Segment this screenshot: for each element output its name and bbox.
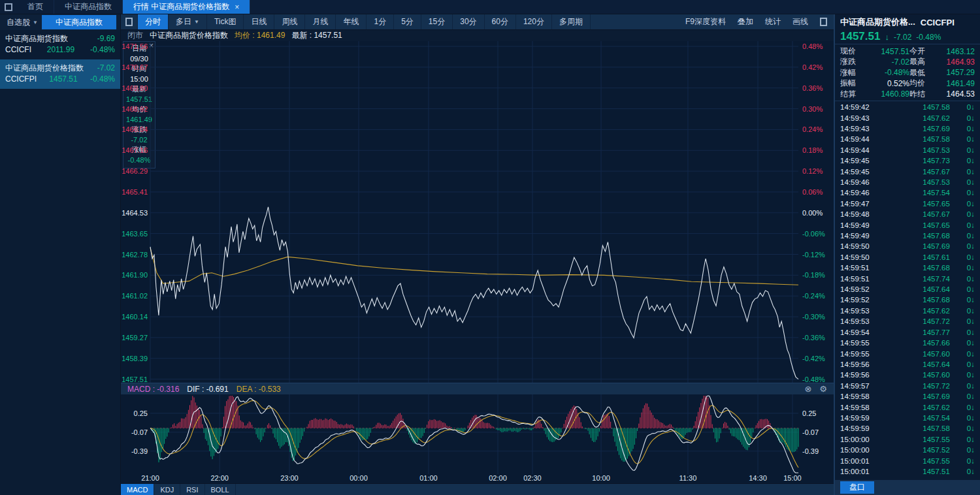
toolbar-tool-button[interactable]: 统计 <box>765 16 781 27</box>
period-button-label: 5分 <box>401 16 414 27</box>
indicator-tab[interactable]: RSI <box>180 484 204 495</box>
period-button[interactable]: Tick图 <box>207 14 244 29</box>
tick-list[interactable]: 14:59:421457.580↓14:59:431457.620↓14:59:… <box>835 101 980 480</box>
period-button[interactable]: 15分 <box>421 14 453 29</box>
tick-row[interactable]: 14:59:431457.690↓ <box>835 123 980 134</box>
tick-row[interactable]: 14:59:591457.540↓ <box>835 413 980 423</box>
indicator-tab[interactable]: KDJ <box>154 484 180 495</box>
tick-time: 14:59:46 <box>840 189 881 197</box>
tick-row[interactable]: 14:59:431457.620↓ <box>835 112 980 123</box>
period-button[interactable]: 周线 <box>274 14 305 29</box>
tick-row[interactable]: 15:00:001457.520↓ <box>835 445 980 455</box>
instrument-code: CCICFPI <box>921 18 955 27</box>
quote-row: 涨幅-0.48%最低1457.29 <box>835 67 980 78</box>
top-tab[interactable]: 首页 <box>17 0 54 14</box>
period-button-label: 120分 <box>523 16 544 27</box>
tick-row[interactable]: 14:59:551457.660↓ <box>835 338 980 348</box>
top-tab-bar: 首页中证商品指数行情 中证商品期货价格指数× <box>0 0 980 14</box>
tick-row[interactable]: 14:59:561457.600↓ <box>835 370 980 380</box>
period-button[interactable]: 1分 <box>367 14 394 29</box>
indicator-close-icon[interactable]: ⊗ <box>804 385 811 393</box>
app-icon[interactable] <box>0 0 17 14</box>
tick-row[interactable]: 14:59:491457.680↓ <box>835 231 980 241</box>
tick-volume: 0↓ <box>967 285 975 293</box>
y-axis-pct-label: 0.30% <box>802 105 823 113</box>
tick-row[interactable]: 14:59:581457.620↓ <box>835 402 980 412</box>
period-button[interactable]: 120分 <box>516 14 552 29</box>
tick-row[interactable]: 14:59:561457.640↓ <box>835 359 980 370</box>
tick-row[interactable]: 14:59:501457.690↓ <box>835 241 980 251</box>
tick-row[interactable]: 14:59:501457.610↓ <box>835 252 980 263</box>
arrow-down-icon: ↓ <box>971 371 975 379</box>
watchlist-item[interactable]: 中证商品期货价格指数-7.02CCICFPI1457.51-0.48% <box>0 59 120 89</box>
tick-row[interactable]: 14:59:461457.540↓ <box>835 187 980 198</box>
toolbar-tool-button[interactable]: 叠加 <box>738 16 753 27</box>
arrow-down-icon: ↓ <box>971 264 975 272</box>
period-button[interactable]: 多日▼ <box>169 14 207 29</box>
tick-row[interactable]: 14:59:441457.580↓ <box>835 134 980 144</box>
intraday-price-chart[interactable]: × 日期09/30时间15:00最新1457.51均价1461.49涨跌-7.0… <box>121 41 834 383</box>
tick-row[interactable]: 14:59:581457.690↓ <box>835 391 980 402</box>
quote-title-row: 中证商品期货价格... CCICFPI <box>835 14 980 30</box>
period-button-label: Tick图 <box>214 16 237 27</box>
tick-row[interactable]: 14:59:511457.680↓ <box>835 263 980 273</box>
top-tab[interactable]: 行情 中证商品期货价格指数× <box>123 0 250 14</box>
period-button[interactable]: 日线 <box>244 14 274 29</box>
indicator-tab[interactable]: MACD <box>121 484 154 495</box>
tick-row[interactable]: 14:59:461457.530↓ <box>835 177 980 187</box>
tick-row[interactable]: 14:59:591457.580↓ <box>835 423 980 434</box>
tick-row[interactable]: 14:59:531457.620↓ <box>835 306 980 316</box>
period-button[interactable]: 年线 <box>336 14 367 29</box>
tick-row[interactable]: 15:00:011457.550↓ <box>835 455 980 466</box>
watchlist-item[interactable]: 中证商品期货指数-9.69CCICFI2011.99-0.48% <box>0 30 120 59</box>
tick-row[interactable]: 14:59:451457.670↓ <box>835 166 980 176</box>
tick-row[interactable]: 14:59:481457.670↓ <box>835 209 980 219</box>
group-dropdown-label: 自选股 <box>7 17 30 28</box>
tick-time: 14:59:54 <box>840 328 881 336</box>
top-tab[interactable]: 中证商品指数 <box>54 0 123 14</box>
period-button[interactable]: 多周期 <box>552 14 591 29</box>
expand-icon[interactable] <box>820 18 827 26</box>
tick-row[interactable]: 14:59:521457.640↓ <box>835 284 980 295</box>
tick-row[interactable]: 14:59:531457.720↓ <box>835 316 980 327</box>
tick-row[interactable]: 14:59:571457.720↓ <box>835 381 980 391</box>
period-button[interactable]: 60分 <box>485 14 516 29</box>
tick-row[interactable]: 14:59:491457.650↓ <box>835 219 980 230</box>
tab-close-icon[interactable]: × <box>235 3 239 12</box>
period-button[interactable]: 30分 <box>453 14 484 29</box>
toolbar-tool-button[interactable]: F9深度资料 <box>685 16 726 27</box>
tick-volume: 0↓ <box>967 210 975 218</box>
tick-row[interactable]: 14:59:441457.530↓ <box>835 145 980 155</box>
tick-row[interactable]: 14:59:471457.650↓ <box>835 199 980 209</box>
arrow-down-icon: ↓ <box>971 232 975 240</box>
tick-row[interactable]: 14:59:451457.730↓ <box>835 155 980 166</box>
time-axis-label: 14:30 <box>749 474 767 482</box>
period-button-label: 分时 <box>145 16 161 27</box>
tick-row[interactable]: 14:59:421457.580↓ <box>835 102 980 112</box>
indicator-settings-icon[interactable]: ⚙ <box>819 385 827 393</box>
tick-time: 14:59:52 <box>840 296 881 304</box>
toolbar-tool-button[interactable]: 画线 <box>792 16 808 27</box>
chart-title: 中证商品期货价格指数 <box>150 30 228 41</box>
period-button-label: 日线 <box>251 16 267 27</box>
tick-row[interactable]: 14:59:511457.740↓ <box>835 273 980 283</box>
tick-row[interactable]: 14:59:551457.600↓ <box>835 348 980 359</box>
period-button[interactable]: 5分 <box>394 14 421 29</box>
tick-row[interactable]: 15:00:001457.550↓ <box>835 434 980 445</box>
tick-row[interactable]: 15:00:011457.510↓ <box>835 466 980 477</box>
quote-value: 0.52% <box>866 79 909 88</box>
layout-icon[interactable] <box>121 14 138 29</box>
order-book-tab[interactable]: 盘口 <box>840 481 874 494</box>
tick-row[interactable]: 14:59:521457.680↓ <box>835 295 980 305</box>
watchlist-group-active-button[interactable]: 中证商品指数 <box>42 15 116 29</box>
y-axis-price-label: 1459.27 <box>122 334 148 342</box>
tick-price: 1457.60 <box>881 371 967 379</box>
tick-row[interactable]: 14:59:541457.770↓ <box>835 327 980 337</box>
indicator-tab[interactable]: BOLL <box>205 484 236 495</box>
period-button[interactable]: 分时 <box>138 14 169 29</box>
watchlist-group-dropdown[interactable]: 自选股 ▼ <box>0 17 42 28</box>
macd-indicator-chart[interactable]: 0.250.25-0.07-0.07-0.39-0.39 <box>121 394 834 474</box>
tick-price: 1457.53 <box>881 178 967 186</box>
tick-volume: 0↓ <box>967 404 975 411</box>
period-button[interactable]: 月线 <box>305 14 336 29</box>
